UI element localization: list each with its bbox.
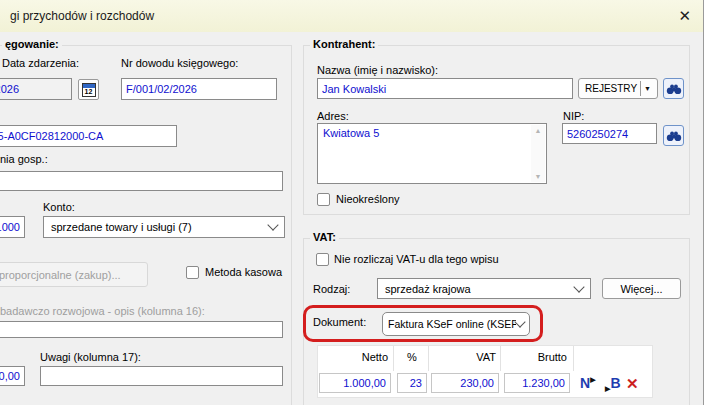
nip-label: NIP:: [563, 110, 584, 122]
chevron-down-icon: [573, 281, 584, 292]
address-scrollbar[interactable]: ▲ ▼: [531, 125, 545, 182]
netto-input[interactable]: [319, 373, 391, 393]
chevron-down-icon: [267, 219, 278, 230]
rejestry-split-button[interactable]: REJESTRY ▼: [578, 78, 658, 99]
rodzaj-select[interactable]: sprzedaż krajowa: [377, 278, 591, 299]
recalc-from-netto-button[interactable]: N▶: [580, 375, 596, 391]
no-vat-checkbox[interactable]: [316, 253, 329, 266]
button-separator: [640, 81, 641, 96]
konto-code-input[interactable]: [0, 216, 25, 238]
dialog-body: ęgowanie: Data zdarzenia: 12 Nr dowodu k…: [0, 32, 704, 405]
dokument-select[interactable]: Faktura KSeF online (KSEF): [382, 312, 530, 336]
doc-number-label: Nr dowodu księgowego:: [121, 57, 238, 69]
vat-input[interactable]: [431, 373, 499, 393]
col16-input[interactable]: [0, 321, 283, 338]
booking-group-label: ęgowanie:: [2, 38, 62, 50]
date-input[interactable]: [0, 78, 72, 100]
dokument-label: Dokument:: [313, 316, 366, 328]
chevron-down-icon: [514, 316, 525, 327]
ksef-number-input[interactable]: [0, 125, 177, 147]
name-label: Nazwa (imię i nazwisko):: [317, 64, 438, 76]
proportional-deduction-button[interactable]: ie proporcjonalne (zakup)...: [0, 262, 148, 287]
calendar-button[interactable]: 12: [78, 79, 99, 100]
scroll-up-icon[interactable]: ▲: [531, 127, 545, 134]
konto-select[interactable]: sprzedane towary i usługi (7): [43, 216, 285, 238]
vat-group-label: VAT:: [310, 231, 339, 243]
event-desc-label: nia gosp.:: [0, 153, 48, 165]
dokument-select-value: Faktura KSeF online (KSEF): [388, 318, 516, 330]
konto-label: Konto:: [43, 201, 75, 213]
wiecej-button[interactable]: Więcej...: [602, 278, 681, 299]
no-vat-label: Nie rozliczaj VAT-u dla tego wpisu: [334, 253, 499, 265]
window-title: gi przychodów i rozchodów: [10, 0, 154, 32]
address-value: Kwiatowa 5: [323, 127, 379, 139]
nieokreslony-label: Nieokreślony: [336, 193, 400, 205]
dropdown-arrow-icon: ▼: [644, 85, 651, 92]
amount-input[interactable]: [0, 366, 25, 386]
col-header-vat: VAT: [428, 351, 496, 363]
calendar-icon: 12: [82, 83, 96, 97]
search-nip-button[interactable]: [663, 125, 684, 146]
recalc-from-brutto-button[interactable]: ▶B: [605, 375, 621, 391]
col16-label: badawczo rozwojowa - opis (kolumna 16):: [0, 305, 205, 317]
kpir-entry-dialog: gi przychodów i rozchodów ✕ ęgowanie: Da…: [0, 0, 704, 405]
event-desc-input[interactable]: [0, 171, 283, 191]
brutto-input[interactable]: [504, 373, 570, 393]
close-icon[interactable]: ✕: [678, 0, 691, 32]
delete-row-icon[interactable]: ✕: [626, 375, 639, 393]
metoda-kasowa-label: Metoda kasowa: [205, 266, 282, 278]
col-header-netto: Netto: [318, 351, 388, 363]
nip-input[interactable]: [562, 123, 657, 144]
uwagi-input[interactable]: [40, 366, 283, 386]
kontrahent-group-label: Kontrahent:: [310, 38, 378, 50]
rodzaj-select-value: sprzedaż krajowa: [385, 283, 575, 295]
name-input[interactable]: [317, 78, 573, 99]
date-label: Data zdarzenia:: [2, 57, 79, 69]
scroll-down-icon[interactable]: ▼: [531, 173, 545, 180]
address-textarea[interactable]: Kwiatowa 5 ▲ ▼: [317, 123, 547, 184]
metoda-kasowa-checkbox[interactable]: [186, 266, 199, 279]
binoculars-icon: [666, 130, 682, 142]
title-bar: gi przychodów i rozchodów ✕: [0, 0, 703, 32]
col-header-brutto: Brutto: [501, 351, 567, 363]
col-header-percent: %: [397, 351, 427, 363]
doc-number-input[interactable]: [121, 78, 277, 100]
address-label: Adres:: [317, 110, 349, 122]
arrow-icon: ▶: [605, 385, 610, 392]
konto-select-value: sprzedane towary i usługi (7): [51, 221, 269, 233]
vat-table: Netto % VAT Brutto N▶ ▶B ✕: [317, 345, 653, 398]
percent-input[interactable]: [397, 373, 427, 393]
search-contractor-button[interactable]: [663, 78, 684, 99]
uwagi-label: Uwagi (kolumna 17):: [40, 351, 141, 363]
rodzaj-label: Rodzaj:: [313, 283, 350, 295]
arrow-icon: ▶: [590, 376, 595, 383]
binoculars-icon: [666, 83, 682, 95]
nieokreslony-checkbox[interactable]: [317, 193, 330, 206]
